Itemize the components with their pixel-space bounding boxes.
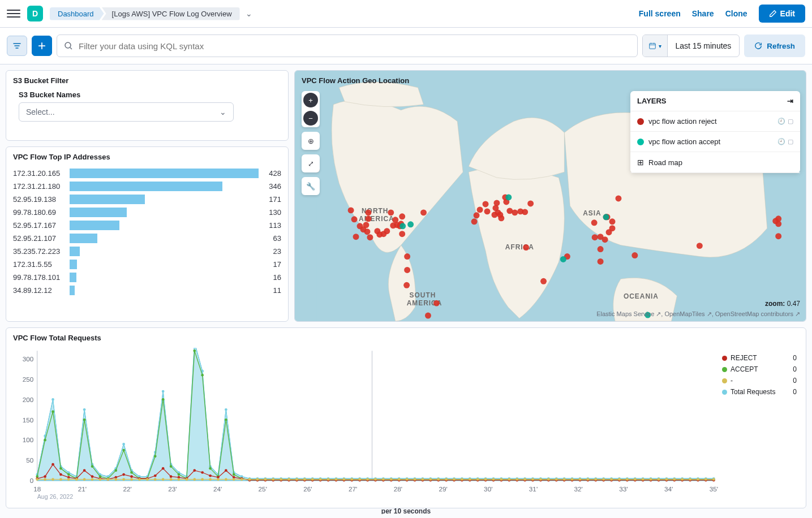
legend-item[interactable]: REJECT0 [722, 352, 797, 364]
ip-count: 63 [259, 234, 281, 243]
svg-point-42 [483, 201, 489, 207]
s3-bucket-select[interactable]: Select... ⌄ [19, 102, 234, 122]
fit-bounds-button[interactable]: ⤢ [302, 154, 320, 172]
query-input[interactable] [79, 41, 630, 51]
panel-title: VPC Flow Total Requests [13, 334, 799, 342]
time-range-picker[interactable]: ▾ Last 15 minutes [642, 34, 740, 57]
omt-link[interactable]: OpenMapTiles ↗ [664, 310, 711, 317]
chevron-down-icon[interactable]: ⌄ [246, 9, 252, 18]
legend-item[interactable]: ACCEPT0 [722, 364, 797, 375]
ip-row[interactable]: 52.95.21.107 63 [13, 232, 281, 245]
ems-link[interactable]: Elastic Maps Service ↗ [596, 310, 661, 317]
svg-point-361 [91, 478, 94, 481]
legend-label: REJECT [731, 354, 757, 362]
calendar-icon[interactable]: ▾ [643, 35, 668, 57]
breadcrumb-current[interactable]: [Logs AWS] VPC Flow Log Overview [102, 7, 240, 20]
ip-address: 172.31.5.55 [13, 260, 70, 269]
svg-point-395 [358, 478, 361, 481]
total-requests-panel: VPC Flow Total Requests 0501001502002503… [6, 327, 806, 508]
svg-point-57 [527, 200, 534, 206]
svg-point-371 [170, 478, 173, 481]
ip-row[interactable]: 52.95.19.138 171 [13, 193, 281, 206]
svg-point-428 [618, 478, 621, 481]
svg-point-396 [366, 478, 369, 481]
svg-point-49 [498, 215, 504, 221]
svg-point-273 [83, 469, 86, 472]
svg-point-198 [178, 473, 181, 476]
ip-bar [70, 195, 259, 204]
svg-point-358 [67, 478, 70, 481]
fullscreen-button[interactable]: Full screen [639, 9, 681, 18]
svg-point-186 [83, 418, 86, 421]
ip-address: 99.78.180.69 [13, 208, 70, 217]
svg-point-373 [186, 478, 188, 481]
locate-button[interactable]: ⊕ [302, 132, 320, 150]
svg-text:150: 150 [23, 416, 34, 424]
svg-point-427 [610, 478, 613, 481]
ip-bar [70, 169, 259, 178]
svg-text:AMERICA: AMERICA [359, 215, 394, 223]
pencil-icon [769, 10, 777, 18]
svg-point-403 [422, 478, 424, 481]
svg-point-367 [138, 478, 141, 481]
ip-row[interactable]: 172.31.20.165 428 [13, 167, 281, 180]
svg-point-289 [209, 474, 212, 477]
query-input-wrapper[interactable] [57, 34, 638, 57]
layers-header: LAYERS ⇥ [630, 91, 800, 111]
layer-basemap[interactable]: ⊞ Road map [630, 152, 800, 173]
layer-dot-icon [637, 118, 644, 125]
edit-button[interactable]: Edit [759, 5, 805, 23]
legend-label: - [731, 377, 733, 385]
svg-text:Aug 26, 2022: Aug 26, 2022 [37, 493, 73, 500]
svg-point-43 [484, 208, 491, 214]
svg-text:33': 33' [619, 485, 628, 493]
layer-reject[interactable]: vpc flow action reject 🕘▢ [630, 111, 800, 132]
svg-point-63 [598, 246, 604, 252]
ip-row[interactable]: 34.89.12.12 11 [13, 284, 281, 297]
zoom-in-button[interactable]: + [303, 93, 318, 107]
svg-text:21': 21' [78, 485, 87, 493]
map-attribution: Elastic Maps Service ↗, OpenMapTiles ↗, … [596, 310, 800, 318]
legend-item[interactable]: Total Requests0 [722, 386, 797, 398]
svg-point-72 [631, 252, 638, 258]
ip-row[interactable]: 35.235.72.223 23 [13, 245, 281, 258]
zoom-out-button[interactable]: − [303, 111, 318, 126]
svg-point-383 [264, 478, 267, 481]
ip-row[interactable]: 52.95.17.167 113 [13, 219, 281, 232]
svg-point-69 [609, 218, 616, 225]
top-ip-panel: VPC Flow Top IP Addresses 172.31.20.165 … [6, 146, 289, 322]
svg-point-283 [162, 467, 165, 470]
svg-point-36 [420, 209, 427, 215]
svg-point-419 [547, 478, 550, 481]
legend-item[interactable]: -0 [722, 375, 797, 386]
svg-point-394 [350, 478, 353, 481]
svg-point-401 [406, 478, 409, 481]
layer-label: vpc flow action reject [648, 117, 717, 126]
svg-point-372 [178, 478, 181, 481]
svg-point-39 [471, 218, 478, 225]
svg-point-386 [287, 478, 290, 481]
breadcrumb-dashboard[interactable]: Dashboard [50, 7, 104, 20]
layer-accept[interactable]: vpc flow action accept 🕘▢ [630, 132, 800, 152]
refresh-button[interactable]: Refresh [744, 34, 805, 57]
tools-button[interactable]: 🔧 [302, 177, 320, 195]
svg-point-35 [403, 282, 410, 288]
ip-row[interactable]: 99.78.178.101 16 [13, 271, 281, 284]
breadcrumb: Dashboard [Logs AWS] VPC Flow Log Overvi… [50, 7, 252, 20]
collapse-icon[interactable]: ⇥ [787, 97, 793, 105]
share-button[interactable]: Share [692, 9, 714, 18]
osm-link[interactable]: OpenStreetMap contributors ↗ [715, 310, 800, 317]
legend-dot-icon [722, 378, 727, 383]
add-filter-button[interactable] [32, 36, 52, 56]
ip-row[interactable]: 172.31.5.55 17 [13, 258, 281, 271]
ip-row[interactable]: 99.78.180.69 130 [13, 206, 281, 219]
requests-chart[interactable]: 0501001502002503001821'22'23'24'25'26'27… [13, 348, 720, 505]
nav-toggle-button[interactable] [7, 7, 20, 20]
ip-row[interactable]: 172.31.21.180 346 [13, 180, 281, 193]
svg-point-201 [201, 374, 204, 377]
clone-button[interactable]: Clone [725, 9, 747, 18]
app-icon[interactable]: D [27, 6, 43, 21]
filter-toggle-button[interactable] [7, 36, 27, 56]
svg-text:35': 35' [710, 485, 718, 493]
svg-point-376 [209, 478, 212, 481]
